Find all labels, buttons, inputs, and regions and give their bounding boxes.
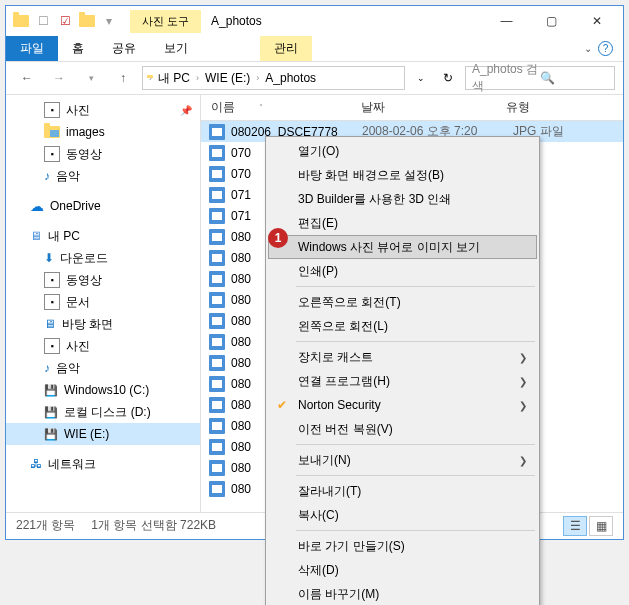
sidebar-item-onedrive[interactable]: ☁OneDrive [6,195,200,217]
breadcrumb-segment[interactable]: WIE (E:) [201,71,254,85]
ribbon-tab-view[interactable]: 보기 [150,36,202,61]
ctx-rotate-left[interactable]: 왼쪽으로 회전(L) [268,314,537,338]
music-icon: ♪ [44,361,50,375]
chevron-right-icon: ❯ [519,352,527,363]
image-file-icon [209,187,225,203]
ctx-set-desktop-bg[interactable]: 바탕 화면 배경으로 설정(B) [268,163,537,187]
qat-newfolder-icon[interactable] [76,10,98,32]
sidebar-item-label: 내 PC [48,228,80,245]
music-icon: ♪ [44,169,50,183]
ctx-cast-to-device[interactable]: 장치로 캐스트❯ [268,345,537,369]
drive-icon: 💾 [44,406,58,419]
onedrive-icon: ☁ [30,198,44,214]
sidebar-item-label: images [66,125,105,139]
ctx-rotate-right[interactable]: 오른쪽으로 회전(T) [268,290,537,314]
ribbon-tab-home[interactable]: 홈 [58,36,98,61]
ctx-create-shortcut[interactable]: 바로 가기 만들기(S) [268,534,537,558]
ctx-photo-viewer[interactable]: Windows 사진 뷰어로 이미지 보기 [268,235,537,259]
column-header-date[interactable]: 날짜 [351,99,496,116]
sidebar-item-drive-e[interactable]: 💾WIE (E:) [6,423,200,445]
ribbon-collapse-icon[interactable]: ⌄ [584,43,592,54]
sidebar-item-drive-c[interactable]: 💾Windows10 (C:) [6,379,200,401]
breadcrumb[interactable]: › 내 PC › WIE (E:) › A_photos [142,66,405,90]
sidebar-item-label: 문서 [66,294,90,311]
folder-icon [44,126,60,138]
ctx-print[interactable]: 인쇄(P) [268,259,537,283]
image-file-icon [209,271,225,287]
image-file-icon [209,166,225,182]
ribbon-tab-file[interactable]: 파일 [6,36,58,61]
ribbon-tab-share[interactable]: 공유 [98,36,150,61]
ctx-separator [296,444,535,445]
ctx-rename[interactable]: 이름 바꾸기(M) [268,582,537,605]
sidebar-item-photos[interactable]: ▪사진 [6,335,200,357]
sidebar-item-downloads[interactable]: ⬇다운로드 [6,247,200,269]
ctx-open[interactable]: 열기(O) [268,139,537,163]
qat-props-icon[interactable]: ☐ [32,10,54,32]
breadcrumb-segment[interactable]: 내 PC [154,70,194,87]
qat-check-icon[interactable]: ☑ [54,10,76,32]
ctx-open-with[interactable]: 연결 프로그램(H)❯ [268,369,537,393]
close-button[interactable]: ✕ [574,7,619,35]
column-header-name[interactable]: 이름˄ [201,99,351,116]
pictures-icon: ▪ [44,338,60,354]
sidebar-item-music[interactable]: ♪음악 [6,165,200,187]
column-header-type[interactable]: 유형 [496,99,623,116]
sidebar-item-label: 사진 [66,338,90,355]
search-input[interactable]: A_photos 검색 🔍 [465,66,615,90]
image-file-icon [209,397,225,413]
sidebar-item-label: 음악 [56,360,80,377]
sidebar-item-videos[interactable]: ▪동영상 [6,143,200,165]
forward-button[interactable]: → [46,65,72,91]
sidebar-item-network[interactable]: 🖧네트워크 [6,453,200,475]
ctx-restore-previous[interactable]: 이전 버전 복원(V) [268,417,537,441]
ctx-delete[interactable]: 삭제(D) [268,558,537,582]
icons-view-button[interactable]: ▦ [589,516,613,536]
address-dropdown-icon[interactable]: ⌄ [411,73,431,83]
help-icon[interactable]: ? [598,41,613,56]
image-file-icon [209,313,225,329]
pictures-icon: ▪ [44,102,60,118]
sidebar-item-music[interactable]: ♪음악 [6,357,200,379]
sidebar-item-documents[interactable]: ▪문서 [6,291,200,313]
image-file-icon [209,460,225,476]
pc-icon: 🖥 [30,229,42,243]
annotation-badge: 1 [268,228,288,248]
ctx-norton[interactable]: ✔Norton Security❯ [268,393,537,417]
recent-dropdown-icon[interactable]: ▾ [78,65,104,91]
back-button[interactable]: ← [14,65,40,91]
sort-asc-icon: ˄ [259,103,263,112]
sidebar-item-drive-d[interactable]: 💾로컬 디스크 (D:) [6,401,200,423]
image-file-icon [209,229,225,245]
image-file-icon [209,418,225,434]
ctx-separator [296,530,535,531]
minimize-button[interactable]: — [484,7,529,35]
sidebar-item-label: 사진 [66,102,90,119]
sidebar-item-images[interactable]: images [6,121,200,143]
sidebar-item-label: 음악 [56,168,80,185]
ctx-separator [296,286,535,287]
breadcrumb-segment[interactable]: A_photos [261,71,320,85]
ctx-cut[interactable]: 잘라내기(T) [268,479,537,503]
sidebar-item-photos[interactable]: ▪사진📌 [6,99,200,121]
maximize-button[interactable]: ▢ [529,7,574,35]
ctx-3d-print[interactable]: 3D Builder를 사용한 3D 인쇄 [268,187,537,211]
chevron-right-icon[interactable]: › [194,73,201,83]
qat-dropdown-icon[interactable]: ▾ [98,10,120,32]
ctx-edit[interactable]: 편집(E) [268,211,537,235]
details-view-button[interactable]: ☰ [563,516,587,536]
sidebar-item-videos[interactable]: ▪동영상 [6,269,200,291]
chevron-right-icon[interactable]: › [254,73,261,83]
sidebar-item-desktop[interactable]: 🖥바탕 화면 [6,313,200,335]
picture-tools-tab[interactable]: 사진 도구 [130,10,201,33]
pin-icon: 📌 [180,105,192,116]
image-file-icon [209,481,225,497]
refresh-button[interactable]: ↻ [437,71,459,85]
ctx-send-to[interactable]: 보내기(N)❯ [268,448,537,472]
up-button[interactable]: ↑ [110,65,136,91]
ctx-copy[interactable]: 복사(C) [268,503,537,527]
ribbon-tab-manage[interactable]: 관리 [260,36,312,61]
folder-icon [10,10,32,32]
sidebar-item-mypc[interactable]: 🖥내 PC [6,225,200,247]
sidebar-item-label: 로컬 디스크 (D:) [64,404,151,421]
